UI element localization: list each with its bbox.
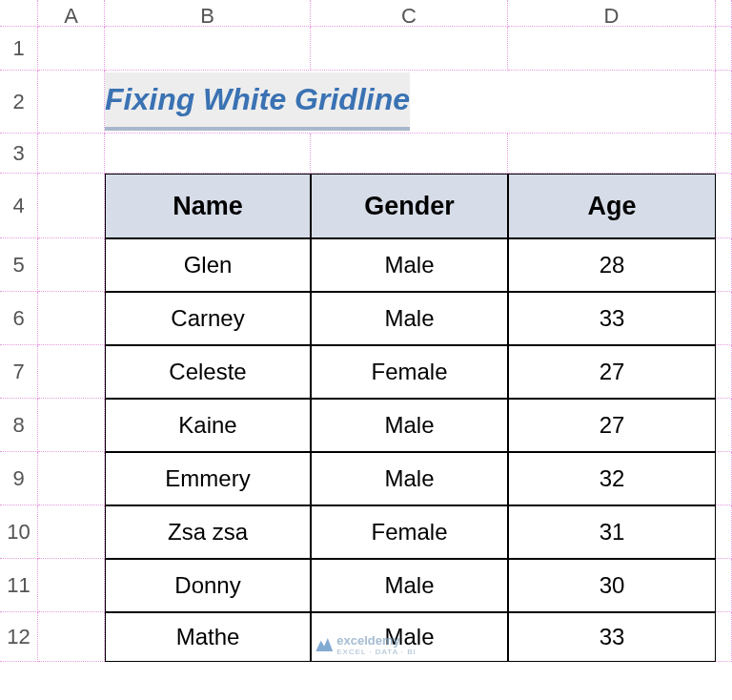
table-row[interactable]: Male [311, 399, 508, 452]
table-row[interactable]: Male [311, 238, 508, 292]
table-row[interactable]: Carney [105, 292, 311, 345]
cell-e11 [716, 559, 732, 612]
row-header-1[interactable]: 1 [0, 27, 38, 71]
cell-e9 [716, 452, 732, 505]
row-header-5[interactable]: 5 [0, 238, 38, 292]
table-row[interactable]: 31 [508, 505, 716, 559]
table-row[interactable]: Zsa zsa [105, 505, 311, 559]
table-row[interactable]: 27 [508, 399, 716, 452]
cell-a3[interactable] [38, 134, 105, 174]
cell-e2 [716, 71, 732, 134]
table-row[interactable]: Male [311, 452, 508, 505]
row-header-12[interactable]: 12 [0, 612, 38, 662]
cell-d1[interactable] [508, 27, 716, 71]
table-row[interactable]: 27 [508, 345, 716, 399]
cell-e1 [716, 27, 732, 71]
table-header-gender[interactable]: Gender [311, 174, 508, 238]
spreadsheet-grid: A B C D 1 2 Fixing White Gridline 3 4 Na… [0, 0, 732, 662]
cell-c3[interactable] [311, 134, 508, 174]
cell-a4[interactable] [38, 174, 105, 238]
table-row[interactable]: 30 [508, 559, 716, 612]
cell-a8[interactable] [38, 399, 105, 452]
row-header-3[interactable]: 3 [0, 134, 38, 174]
cell-e12 [716, 612, 732, 662]
table-row[interactable]: Male [311, 612, 508, 662]
col-header-d[interactable]: D [508, 0, 716, 27]
row-header-6[interactable]: 6 [0, 292, 38, 345]
col-header-extra [716, 0, 732, 27]
row-header-4[interactable]: 4 [0, 174, 38, 238]
cell-e3 [716, 134, 732, 174]
table-row[interactable]: Celeste [105, 345, 311, 399]
cell-a12[interactable] [38, 612, 105, 662]
cell-e7 [716, 345, 732, 399]
select-all-corner[interactable] [0, 0, 38, 27]
table-row[interactable]: 32 [508, 452, 716, 505]
cell-a9[interactable] [38, 452, 105, 505]
row-header-7[interactable]: 7 [0, 345, 38, 399]
cell-c1[interactable] [311, 27, 508, 71]
row-header-11[interactable]: 11 [0, 559, 38, 612]
row-header-9[interactable]: 9 [0, 452, 38, 505]
cell-a11[interactable] [38, 559, 105, 612]
table-row[interactable]: 33 [508, 292, 716, 345]
table-row[interactable]: Mathe [105, 612, 311, 662]
table-row[interactable]: Glen [105, 238, 311, 292]
table-row[interactable]: Female [311, 345, 508, 399]
table-row[interactable]: Male [311, 559, 508, 612]
cell-a5[interactable] [38, 238, 105, 292]
cell-d3[interactable] [508, 134, 716, 174]
cell-e6 [716, 292, 732, 345]
cell-e8 [716, 399, 732, 452]
cell-e4 [716, 174, 732, 238]
col-header-a[interactable]: A [38, 0, 105, 27]
cell-a7[interactable] [38, 345, 105, 399]
table-row[interactable]: 28 [508, 238, 716, 292]
cell-a6[interactable] [38, 292, 105, 345]
cell-a1[interactable] [38, 27, 105, 71]
table-row[interactable]: Female [311, 505, 508, 559]
row-header-10[interactable]: 10 [0, 505, 38, 559]
table-row[interactable]: Kaine [105, 399, 311, 452]
cell-b3[interactable] [105, 134, 311, 174]
col-header-c[interactable]: C [311, 0, 508, 27]
cell-a2[interactable] [38, 71, 105, 134]
cell-e5 [716, 238, 732, 292]
cell-a10[interactable] [38, 505, 105, 559]
table-header-age[interactable]: Age [508, 174, 716, 238]
col-header-b[interactable]: B [105, 0, 311, 27]
cell-e10 [716, 505, 732, 559]
table-row[interactable]: Emmery [105, 452, 311, 505]
title-cell[interactable]: Fixing White Gridline [105, 72, 410, 131]
table-header-name[interactable]: Name [105, 174, 311, 238]
table-row[interactable]: Donny [105, 559, 311, 612]
row-header-2[interactable]: 2 [0, 71, 38, 134]
table-row[interactable]: Male [311, 292, 508, 345]
cell-b1[interactable] [105, 27, 311, 71]
table-row[interactable]: 33 [508, 612, 716, 662]
row-header-8[interactable]: 8 [0, 399, 38, 452]
